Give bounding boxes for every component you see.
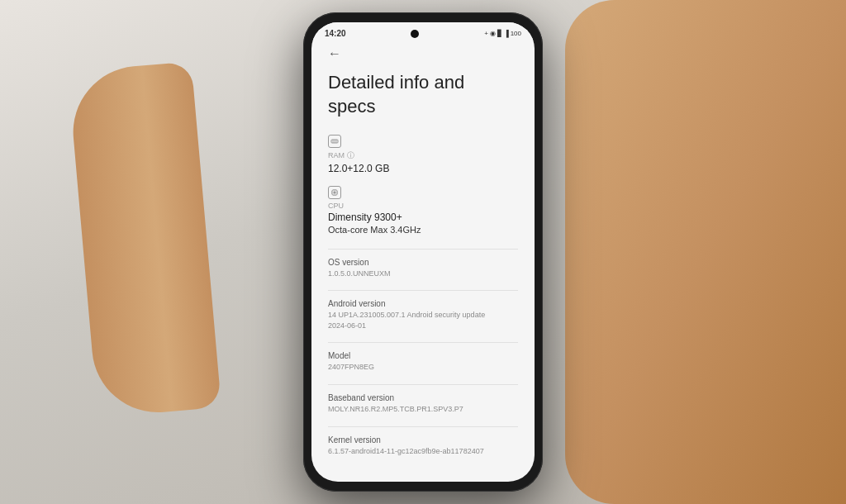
ram-value: 12.0+12.0 GB bbox=[328, 163, 518, 174]
divider-5 bbox=[328, 426, 518, 427]
status-time: 14:20 bbox=[325, 29, 346, 38]
cpu-icon bbox=[328, 186, 341, 199]
page-title-line2: specs bbox=[328, 96, 375, 116]
hand-shape bbox=[565, 0, 846, 504]
status-bar: 14:20 + ◉ ▊ ▐ 100 bbox=[311, 22, 535, 41]
bluetooth-icon: + bbox=[484, 30, 488, 37]
divider-1 bbox=[328, 249, 518, 250]
svg-rect-5 bbox=[334, 192, 336, 194]
screen-content[interactable]: ← Detailed info and specs bbox=[311, 41, 535, 476]
cpu-label: CPU bbox=[328, 202, 518, 210]
model-value: 2407FPN8EG bbox=[328, 362, 518, 373]
model-row: Model 2407FPN8EG bbox=[328, 351, 518, 373]
battery-level: 100 bbox=[511, 30, 521, 37]
phone-device: 14:20 + ◉ ▊ ▐ 100 ← Detailed info and sp… bbox=[303, 12, 543, 492]
phone-screen: 14:20 + ◉ ▊ ▐ 100 ← Detailed info and sp… bbox=[311, 22, 535, 482]
android-version-label: Android version bbox=[328, 299, 518, 308]
divider-2 bbox=[328, 290, 518, 291]
page-title: Detailed info and specs bbox=[328, 71, 518, 118]
scene: 14:20 + ◉ ▊ ▐ 100 ← Detailed info and sp… bbox=[0, 0, 846, 504]
ram-icon bbox=[328, 135, 341, 148]
cpu-section: CPU Dimensity 9300+ Octa-core Max 3.4GHz bbox=[328, 186, 518, 237]
battery-icon: ▐ bbox=[504, 30, 509, 37]
cpu-sub-value: Octa-core Max 3.4GHz bbox=[328, 223, 518, 237]
wifi-icon: ◉ bbox=[490, 30, 496, 37]
page-title-line1: Detailed info and bbox=[328, 72, 464, 93]
kernel-version-value: 6.1.57-android14-11-gc12ac9fb9e-ab117824… bbox=[328, 446, 518, 457]
cpu-value: Dimensity 9300+ bbox=[328, 212, 518, 223]
divider-3 bbox=[328, 342, 518, 343]
kernel-version-label: Kernel version bbox=[328, 435, 518, 445]
baseband-version-value: MOLY.NR16.R2.MP5.TCB.PR1.SPV3.P7 bbox=[328, 404, 518, 415]
divider-4 bbox=[328, 384, 518, 385]
camera-notch bbox=[411, 30, 419, 38]
os-version-value: 1.0.5.0.UNNEUXM bbox=[328, 269, 518, 279]
ram-section: RAM ⓘ 12.0+12.0 GB bbox=[328, 135, 518, 174]
back-button[interactable]: ← bbox=[328, 46, 518, 61]
status-icons: + ◉ ▊ ▐ 100 bbox=[484, 30, 521, 37]
android-version-value: 14 UP1A.231005.007.1 Android security up… bbox=[328, 310, 518, 330]
os-version-label: OS version bbox=[328, 258, 518, 267]
signal-icon: ▊ bbox=[497, 30, 502, 37]
baseband-version-row: Baseband version MOLY.NR16.R2.MP5.TCB.PR… bbox=[328, 393, 518, 415]
kernel-version-row: Kernel version 6.1.57-android14-11-gc12a… bbox=[328, 435, 518, 457]
model-label: Model bbox=[328, 351, 518, 360]
baseband-version-label: Baseband version bbox=[328, 393, 518, 402]
os-version-row: OS version 1.0.5.0.UNNEUXM bbox=[328, 258, 518, 279]
ram-label: RAM ⓘ bbox=[328, 150, 518, 161]
android-version-row: Android version 14 UP1A.231005.007.1 And… bbox=[328, 299, 518, 330]
